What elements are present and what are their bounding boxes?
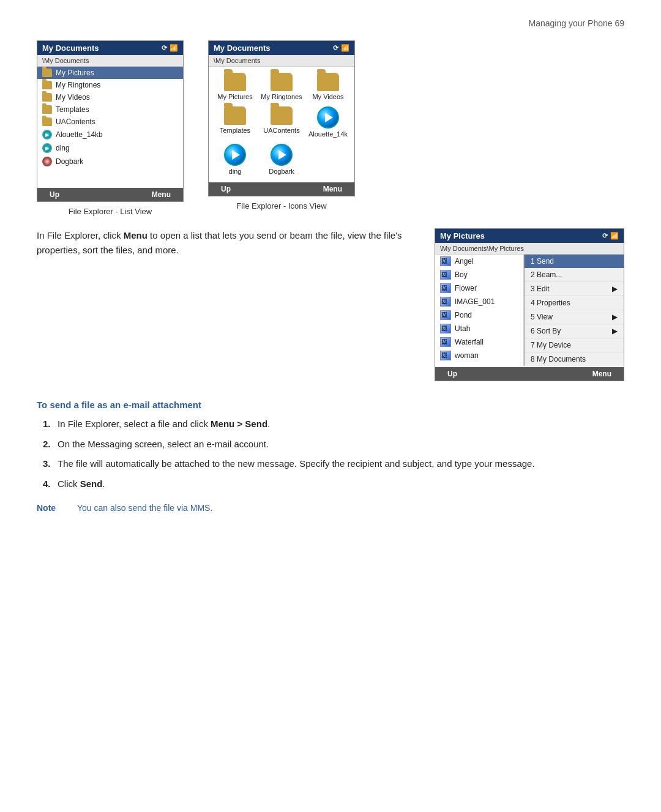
context-menu-item-mydocuments[interactable]: 8 My Documents (525, 352, 624, 366)
mp-item-label: IMAGE_001 (455, 297, 495, 306)
signal-icon: 📶 (610, 232, 619, 240)
context-menu-item-edit[interactable]: 3 Edit▶ (525, 282, 624, 296)
list-item-label: My Videos (56, 93, 90, 102)
description-pre: In File Explorer, click (37, 230, 124, 240)
step-3: 3. The file will automatically be attach… (43, 457, 624, 471)
mp-item[interactable]: Angel (435, 255, 523, 268)
big-folder-icon (271, 73, 293, 91)
icons-title-bar: My Documents ⟳ 📶 (209, 41, 354, 55)
big-folder-icon (224, 106, 246, 125)
note-text: You can also send the file via MMS. (77, 503, 212, 513)
title-bar-icons: ⟳ 📶 (162, 44, 178, 52)
icons-path: \My Documents (209, 55, 354, 67)
mp-path: \My Documents\My Pictures (435, 243, 624, 255)
step-bold: Menu > Send (211, 419, 267, 429)
list-item[interactable]: Templates (37, 103, 183, 116)
list-view-caption: File Explorer - List View (69, 207, 152, 216)
step-num: 1. (43, 417, 54, 431)
icon-label: My Ringtones (261, 93, 302, 100)
folder-icon (42, 105, 52, 114)
mp-item-label: woman (455, 351, 479, 360)
my-pictures-screen: My Pictures ⟳ 📶 \My Documents\My Picture… (435, 228, 624, 381)
icon-item[interactable]: My Pictures (212, 70, 258, 103)
big-audio-icon (271, 144, 293, 166)
mp-item[interactable]: woman (435, 349, 523, 362)
list-view-items: My Pictures My Ringtones My Videos Templ… (37, 67, 183, 168)
step-text: The file will automatically be attached … (58, 457, 535, 471)
mp-item[interactable]: Utah (435, 322, 523, 335)
icons-view-grid: My Pictures My Ringtones My Videos Templ… (209, 67, 354, 181)
img-thumb (440, 351, 451, 360)
icon-item[interactable]: My Videos (305, 70, 351, 103)
mp-item-label: Utah (455, 324, 470, 333)
list-title-bar: My Documents ⟳ 📶 (37, 41, 183, 55)
list-item[interactable]: My Videos (37, 91, 183, 103)
icon-item[interactable]: Alouette_14k (305, 104, 351, 140)
folder-icon (42, 81, 52, 89)
mp-item[interactable]: Boy (435, 268, 523, 281)
list-item-label: ding (56, 144, 70, 152)
mp-item-label: Waterfall (455, 338, 484, 346)
audio-icon: ▶ (42, 130, 52, 140)
img-thumb (440, 256, 451, 266)
icons-view-container: My Documents ⟳ 📶 \My Documents My Pictur… (208, 40, 355, 210)
bottom-bar-menu[interactable]: Menu (323, 185, 342, 193)
icons-bottom-bar: Up Menu (209, 182, 354, 196)
sync-icon: ⟳ (333, 44, 338, 52)
icon-item[interactable]: Templates (212, 104, 258, 140)
icons-title: My Documents (214, 43, 270, 53)
mp-item-label: Boy (455, 270, 468, 279)
steps-list: 1. In File Explorer, select a file and c… (37, 417, 624, 491)
list-item[interactable]: ▶ Alouette_14kb (37, 128, 183, 141)
context-menu-item-view[interactable]: 5 View▶ (525, 310, 624, 324)
note-label: Note (37, 503, 67, 513)
bottom-bar-up[interactable]: Up (50, 190, 59, 199)
mp-title-icons: ⟳ 📶 (602, 232, 619, 240)
icon-label: UAContents (263, 127, 299, 134)
big-folder-icon (271, 106, 293, 125)
img-thumb (440, 283, 451, 293)
bottom-bar-menu[interactable]: Menu (152, 190, 171, 199)
mp-bottom-bar-up[interactable]: Up (447, 370, 457, 378)
list-item[interactable]: UAContents (37, 116, 183, 128)
icon-label: My Videos (312, 93, 343, 100)
page-header: Managing your Phone 69 (37, 18, 624, 28)
icon-item[interactable]: My Ringtones (259, 70, 304, 103)
play-triangle (232, 150, 240, 160)
icon-item[interactable]: Dogbark (259, 141, 304, 177)
mp-title-bar: My Pictures ⟳ 📶 (435, 229, 624, 243)
mp-item[interactable]: IMAGE_001 (435, 295, 523, 308)
list-view-screen: My Documents ⟳ 📶 \My Documents My Pictur… (37, 40, 184, 202)
context-menu-item-mydevice[interactable]: 7 My Device (525, 338, 624, 352)
mp-item[interactable]: Waterfall (435, 335, 523, 349)
play-triangle (278, 150, 286, 160)
step-bold: Send (80, 479, 103, 489)
list-bottom-bar: Up Menu (37, 188, 183, 201)
mp-item[interactable]: Pond (435, 308, 523, 322)
sync-icon: ⟳ (602, 232, 608, 240)
bottom-bar-up[interactable]: Up (221, 185, 231, 193)
description-text: In File Explorer, click Menu to open a l… (37, 228, 416, 258)
icon-item[interactable]: UAContents (259, 104, 304, 140)
to-send-section: To send a file as an e-mail attachment 1… (37, 400, 624, 513)
context-menu-item-sortby[interactable]: 6 Sort By▶ (525, 324, 624, 338)
context-menu-item-properties[interactable]: 4 Properties (525, 296, 624, 310)
context-menu-item-beam[interactable]: 2 Beam... (525, 268, 624, 282)
signal-icon: 📶 (341, 44, 349, 52)
list-item-label: UAContents (56, 117, 95, 126)
list-item[interactable]: My Ringtones (37, 79, 183, 91)
img-thumb (440, 310, 451, 320)
icons-view-screen: My Documents ⟳ 📶 \My Documents My Pictur… (208, 40, 355, 196)
context-menu-item-send[interactable]: 1 Send (525, 255, 624, 268)
list-item[interactable]: Dogbark (37, 155, 183, 168)
list-item-label: Templates (56, 105, 89, 114)
icons-view-caption: File Explorer - Icons View (236, 201, 326, 210)
icon-item[interactable]: ding (212, 141, 258, 177)
list-item[interactable]: My Pictures (37, 67, 183, 79)
mp-bottom-bar-menu[interactable]: Menu (592, 370, 611, 378)
mp-item[interactable]: Flower (435, 281, 523, 295)
step-num: 3. (43, 457, 54, 471)
icon-label: Dogbark (269, 168, 294, 175)
list-item[interactable]: ▶ ding (37, 141, 183, 155)
big-audio-icon (317, 106, 339, 129)
